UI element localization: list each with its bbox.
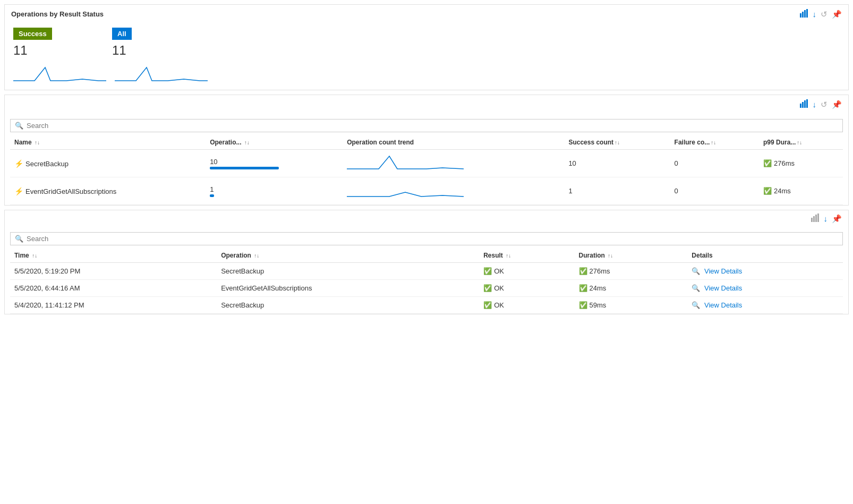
bottom-panel: ↓ 📌 🔍 Time ↑↓ Operation ↑↓ Result ↑↓ Dur… [4,210,849,314]
top-panel: Operations by Result Status ↓ ↺ 📌 Succes… [4,4,849,90]
svg-rect-5 [802,102,804,108]
bottom-row-operation: SecretBackup [217,297,479,314]
svg-rect-8 [811,218,813,222]
col-opcount[interactable]: Operatio... ↑↓ [206,135,343,150]
middle-table-row[interactable]: ⚡SecretBackup 10 10 0 ✅276ms [10,150,843,177]
col-dur[interactable]: Duration ↑↓ [575,249,688,263]
middle-search-bar[interactable]: 🔍 [10,119,843,132]
stat-value-all: 11 [112,42,202,60]
middle-row-success: 10 [564,150,670,177]
svg-rect-3 [806,9,808,18]
trend-chart [347,154,464,171]
col-time[interactable]: Time ↑↓ [10,249,217,263]
bottom-row-details[interactable]: 🔍 View Details [687,280,843,297]
col-operation[interactable]: Operation ↑↓ [217,249,479,263]
col-success[interactable]: Success count↑↓ [564,135,670,150]
middle-table: Name ↑↓ Operatio... ↑↓ Operation count t… [10,135,843,205]
middle-search-input[interactable] [27,122,838,130]
lightning-icon: ⚡ [14,187,23,195]
middle-row-trend [343,150,564,177]
col-details: Details [687,249,843,263]
col-trend[interactable]: Operation count trend [343,135,564,150]
col-result[interactable]: Result ↑↓ [479,249,574,263]
bottom-row-result: ✅OK [479,297,574,314]
bottom-download-icon[interactable]: ↓ [824,214,828,223]
stat-card-success[interactable]: Success 11 [13,28,104,60]
bottom-row-time: 5/4/2020, 11:41:12 PM [10,297,217,314]
undo-icon[interactable]: ↺ [821,10,828,19]
bottom-row-details[interactable]: 🔍 View Details [687,297,843,314]
bottom-panel-header: ↓ 📌 [5,210,848,227]
bottom-row-result: ✅OK [479,280,574,297]
bottom-table-row[interactable]: 5/5/2020, 6:44:16 AM EventGridGetAllSubs… [10,280,843,297]
bottom-row-duration: ✅59ms [575,297,688,314]
middle-undo-icon[interactable]: ↺ [821,100,828,109]
sparkline-all [115,62,208,83]
bottom-search-bar[interactable]: 🔍 [10,232,843,245]
sparkline-success [13,62,106,83]
download-icon[interactable]: ↓ [813,10,817,19]
lightning-icon: ⚡ [14,159,23,168]
chart-icon[interactable] [800,9,808,19]
magnify-icon: 🔍 [692,284,700,292]
bottom-table-wrapper: Time ↑↓ Operation ↑↓ Result ↑↓ Duration … [5,249,848,314]
duration-ok-icon: ✅ [579,267,587,275]
bottom-row-result: ✅OK [479,263,574,280]
middle-chart-icon[interactable] [800,99,808,109]
view-details-link[interactable]: View Details [704,267,742,275]
middle-row-failure: 0 [670,150,759,177]
svg-rect-7 [806,99,808,108]
middle-download-icon[interactable]: ↓ [813,100,817,109]
middle-row-name: ⚡SecretBackup [10,150,206,177]
stat-label-all: All [112,28,132,40]
middle-row-success: 1 [564,177,670,205]
bottom-search-input[interactable] [27,235,838,243]
bottom-row-time: 5/5/2020, 5:19:20 PM [10,263,217,280]
duration-ok-icon: ✅ [579,284,587,292]
top-panel-title: Operations by Result Status [11,10,104,18]
bottom-table-row[interactable]: 5/4/2020, 11:41:12 PM SecretBackup ✅OK ✅… [10,297,843,314]
view-details-link[interactable]: View Details [704,284,742,292]
top-panel-header: Operations by Result Status ↓ ↺ 📌 [5,5,848,23]
svg-rect-9 [813,216,815,222]
svg-rect-2 [804,10,806,18]
middle-table-wrapper: Name ↑↓ Operatio... ↑↓ Operation count t… [5,135,848,205]
pin-icon[interactable]: 📌 [832,10,842,19]
bottom-row-operation: EventGridGetAllSubscriptions [217,280,479,297]
op-bar [210,194,214,197]
middle-panel: ↓ ↺ 📌 🔍 Name ↑↓ Operatio... ↑↓ Operation… [4,95,849,206]
bottom-table-header-row: Time ↑↓ Operation ↑↓ Result ↑↓ Duration … [10,249,843,263]
col-failure[interactable]: Failure co...↑↓ [670,135,759,150]
bottom-pin-icon[interactable]: 📌 [832,214,842,224]
middle-pin-icon[interactable]: 📌 [832,100,842,109]
stat-card-all[interactable]: All 11 [112,28,202,60]
bottom-row-operation: SecretBackup [217,263,479,280]
svg-rect-4 [800,104,801,108]
svg-rect-10 [815,215,817,222]
duration-ok-icon: ✅ [579,301,587,309]
middle-row-failure: 0 [670,177,759,205]
middle-table-row[interactable]: ⚡EventGridGetAllSubscriptions 1 1 0 ✅24m… [10,177,843,205]
col-duration[interactable]: p99 Dura...↑↓ [759,135,843,150]
sparkline-area [5,62,848,90]
view-details-link[interactable]: View Details [704,301,742,309]
result-ok-icon: ✅ [483,284,492,292]
magnify-icon: 🔍 [692,267,700,275]
bottom-chart-icon[interactable] [811,213,820,224]
bottom-panel-icons: ↓ 📌 [811,213,842,224]
bottom-search-icon: 🔍 [15,235,23,243]
bottom-row-details[interactable]: 🔍 View Details [687,263,843,280]
middle-row-opcount: 10 [206,150,343,177]
svg-rect-0 [800,13,801,18]
bottom-table-row[interactable]: 5/5/2020, 5:19:20 PM SecretBackup ✅OK ✅2… [10,263,843,280]
middle-search-icon: 🔍 [15,122,23,130]
result-ok-icon: ✅ [483,267,492,275]
ok-check-icon: ✅ [763,187,772,195]
middle-panel-icons: ↓ ↺ 📌 [800,99,842,109]
svg-rect-6 [804,100,806,108]
middle-row-duration: ✅276ms [759,150,843,177]
middle-panel-header: ↓ ↺ 📌 [5,95,848,114]
trend-chart [347,182,464,199]
col-name[interactable]: Name ↑↓ [10,135,206,150]
bottom-table: Time ↑↓ Operation ↑↓ Result ↑↓ Duration … [10,249,843,314]
